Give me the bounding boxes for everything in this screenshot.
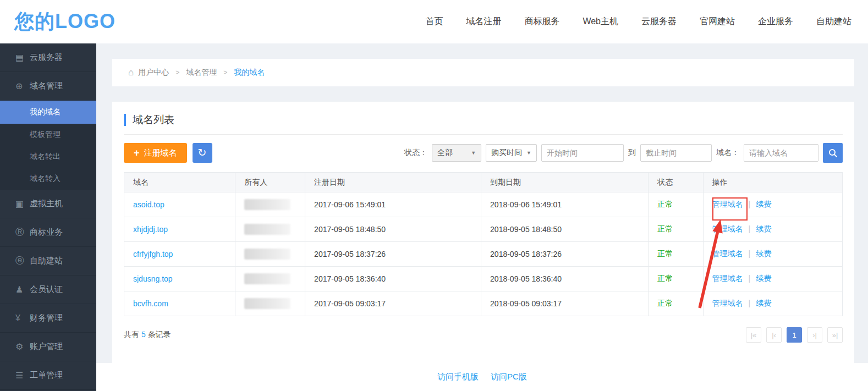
refresh-button[interactable]: ↻ [193,143,212,163]
action-separator: | [749,249,751,258]
sidebar-item-label: 账户管理 [30,342,63,352]
action-separator: | [749,200,751,208]
record-count-prefix: 共有 [124,330,139,339]
site-builder-icon: ⓔ [15,255,30,267]
sidebar-item-label: 云服务器 [30,52,63,63]
nav-item-home[interactable]: 首页 [425,16,443,27]
table-row: sjdusng.top 2017-09-05 18:36:40 2018-09-… [124,267,843,291]
prev-page-button[interactable]: |‹ [766,327,782,343]
sidebar-item-label: 会员认证 [30,284,63,295]
sidebar-subitem-domain-transfer-out[interactable]: 域名转出 [0,146,96,168]
sidebar-item-trademark-business[interactable]: Ⓡ 商标业务 [0,218,96,247]
sidebar-item-member-auth[interactable]: ♟ 会员认证 [0,276,96,304]
sidebar-item-site-builder[interactable]: ⓔ 自助建站 [0,247,96,276]
domain-link[interactable]: cfrfyjfgh.top [133,250,173,258]
start-time-input[interactable] [541,144,624,162]
manage-domain-link[interactable]: 管理域名 [712,249,743,258]
renew-link[interactable]: 续费 [756,249,771,258]
sidebar-subitem-my-domains[interactable]: 我的域名 [0,101,96,124]
breadcrumb-separator: > [223,69,227,76]
domain-list-panel: 域名列表 + 注册域名 ↻ 状态： 全部 ▼ 购买时间 [112,102,854,363]
pc-version-link[interactable]: 访问PC版 [491,372,527,382]
main-content: ⌂ 用户中心 > 域名管理 > 我的域名 域名列表 + 注册域名 ↻ 状态： [96,43,868,391]
renew-link[interactable]: 续费 [756,224,771,233]
mobile-version-link[interactable]: 访问手机版 [437,372,479,382]
time-type-select[interactable]: 购买时间 ▼ [486,144,537,162]
nav-item-cloud-server[interactable]: 云服务器 [641,16,677,27]
status-filter-label: 状态： [404,148,427,158]
nav-item-self-service-site[interactable]: 自助建站 [816,16,851,27]
nav-item-trademark-service[interactable]: 商标服务 [524,16,559,27]
domain-table: 域名 所有人 注册日期 到期日期 状态 操作 asoid.top 2017-09… [124,172,843,316]
sidebar-item-account-management[interactable]: ⚙ 账户管理 [0,333,96,361]
status-select[interactable]: 全部 ▼ [432,144,481,162]
search-button[interactable] [823,143,843,163]
breadcrumb-current: 我的域名 [234,68,265,78]
sidebar-item-label: 工单管理 [30,370,63,381]
sidebar-item-virtual-host[interactable]: ▣ 虚拟主机 [0,190,96,218]
table-row: xhjdjdj.top 2017-09-05 18:48:50 2018-09-… [124,217,843,242]
top-header: 您的LOGO 首页 域名注册 商标服务 Web主机 云服务器 官网建站 企业服务… [0,0,868,43]
sidebar: ▤ 云服务器 ⊕ 域名管理 我的域名 模板管理 域名转出 域名转入 ▣ 虚拟主机… [0,43,96,391]
sidebar-subitem-template-management[interactable]: 模板管理 [0,124,96,146]
manage-domain-link[interactable]: 管理域名 [712,224,743,233]
domain-link[interactable]: bcvfh.com [133,299,168,308]
renew-link[interactable]: 续费 [756,274,771,283]
col-header-expire-date: 到期日期 [481,173,649,192]
register-date: 2017-09-05 18:48:50 [305,217,481,242]
sidebar-item-domain-management[interactable]: ⊕ 域名管理 [0,72,96,101]
renew-link[interactable]: 续费 [756,299,771,307]
breadcrumb-user-center[interactable]: 用户中心 [138,68,169,78]
renew-link[interactable]: 续费 [756,200,771,208]
col-header-register-date: 注册日期 [305,173,481,192]
record-count-suffix: 条记录 [148,330,171,339]
sidebar-item-work-order[interactable]: ☰ 工单管理 [0,361,96,390]
page-number-button[interactable]: 1 [787,327,802,343]
table-row: asoid.top 2017-09-06 15:49:01 2018-09-06… [124,192,843,217]
manage-domain-link[interactable]: 管理域名 [712,274,743,283]
sidebar-subitem-domain-transfer-in[interactable]: 域名转入 [0,168,96,190]
next-page-button[interactable]: ›| [807,327,822,343]
register-domain-button[interactable]: + 注册域名 [124,143,187,163]
time-type-value: 购买时间 [491,148,522,158]
domain-link[interactable]: asoid.top [133,200,164,209]
action-separator: | [749,299,751,307]
sidebar-subitem-label: 模板管理 [30,130,61,140]
last-page-button[interactable]: »| [827,327,843,343]
breadcrumb-domain-management[interactable]: 域名管理 [186,68,217,78]
nav-item-website-building[interactable]: 官网建站 [700,16,735,27]
expire-date: 2018-09-05 18:48:50 [481,217,649,242]
nav-item-enterprise-service[interactable]: 企业服务 [758,16,793,27]
toolbar: + 注册域名 ↻ 状态： 全部 ▼ 购买时间 ▼ [124,143,843,163]
col-header-actions: 操作 [703,173,842,192]
plus-icon: + [134,147,140,159]
work-order-icon: ☰ [15,370,30,381]
sidebar-subitem-label: 我的域名 [30,107,61,117]
col-header-status: 状态 [649,173,703,192]
sidebar-item-cloud-server[interactable]: ▤ 云服务器 [0,43,96,72]
manage-domain-link[interactable]: 管理域名 [712,200,743,208]
owner-redacted [244,249,290,260]
end-time-input[interactable] [640,144,712,162]
refresh-icon: ↻ [198,147,207,158]
nav-item-web-hosting[interactable]: Web主机 [583,16,618,27]
manage-domain-link[interactable]: 管理域名 [712,299,743,307]
sidebar-item-finance-management[interactable]: ¥ 财务管理 [0,304,96,333]
breadcrumb-separator: > [175,69,179,76]
register-date: 2017-09-05 18:37:26 [305,242,481,267]
nav-item-domain-register[interactable]: 域名注册 [466,16,501,27]
status-select-value: 全部 [437,148,453,158]
owner-redacted [244,224,290,235]
domain-link[interactable]: xhjdjdj.top [133,225,168,234]
member-auth-icon: ♟ [15,284,30,295]
owner-redacted [244,199,290,210]
first-page-button[interactable]: |« [746,327,761,343]
page-title: 域名列表 [124,114,843,126]
record-count-value: 5 [141,330,146,339]
domain-link[interactable]: sjdusng.top [133,274,173,283]
sidebar-item-label: 域名管理 [30,81,63,91]
action-separator: | [749,224,751,233]
owner-redacted [244,273,290,284]
domain-search-input[interactable] [744,144,818,162]
status-badge: 正常 [657,249,673,258]
